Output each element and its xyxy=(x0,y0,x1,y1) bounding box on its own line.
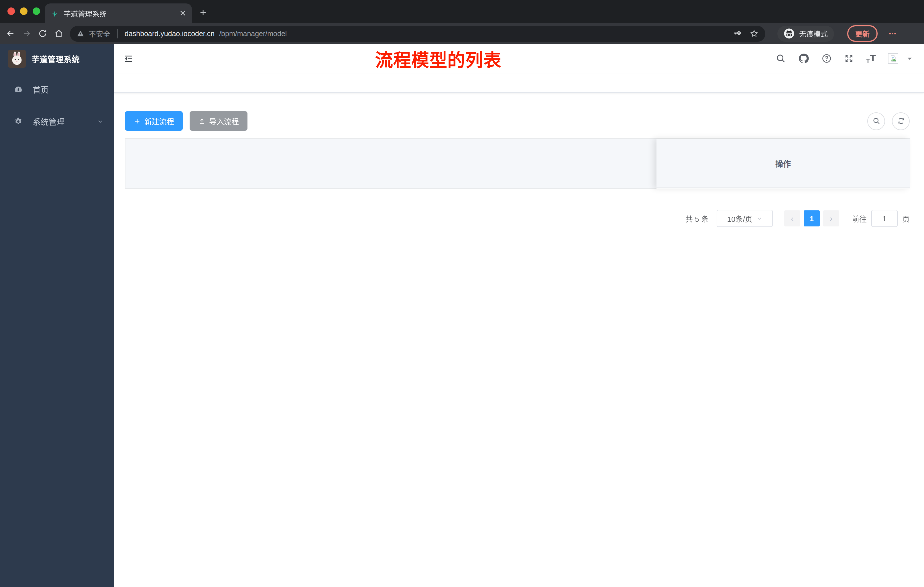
annotation-text: 流程模型的列表 xyxy=(375,46,502,72)
favicon-plant-icon xyxy=(50,9,59,18)
plus-icon xyxy=(134,117,141,125)
incognito-icon xyxy=(784,28,795,39)
chevron-down-icon xyxy=(756,215,762,222)
window-close-button[interactable] xyxy=(7,7,15,15)
gear-icon xyxy=(14,117,23,126)
browser-toolbar: 不安全 dashboard.yudao.iocoder.cn/bpm/manag… xyxy=(0,23,924,44)
toggle-search-button[interactable] xyxy=(867,112,885,130)
chevron-down-icon xyxy=(97,118,104,125)
tab-title: 芋道管理系统 xyxy=(64,8,175,19)
help-icon[interactable] xyxy=(822,53,832,64)
url-host: dashboard.yudao.iocoder.cn xyxy=(125,30,214,38)
main-content: 新建流程 导入流程 操作 xyxy=(114,93,924,587)
sidebar-item-label: 首页 xyxy=(33,84,49,95)
page-number-1[interactable]: 1 xyxy=(804,210,820,227)
url-path: /bpm/manager/model xyxy=(219,30,287,38)
search-icon[interactable] xyxy=(776,53,786,64)
back-icon[interactable] xyxy=(6,29,15,38)
prev-page-button[interactable]: ‹ xyxy=(784,210,800,227)
window-minimize-button[interactable] xyxy=(20,7,28,15)
pagination: 共 5 条 10条/页 ‹ 1 › 前往 1 页 xyxy=(125,210,910,227)
tags-bar xyxy=(114,73,924,93)
magnifier-icon xyxy=(872,117,880,125)
model-table: 操作 xyxy=(125,138,910,189)
upload-icon xyxy=(198,117,206,125)
new-tab-button[interactable]: + xyxy=(200,6,206,19)
dashboard-icon xyxy=(14,85,23,94)
navbar: 流程模型的列表 TT xyxy=(114,44,924,73)
page-size-select[interactable]: 10条/页 xyxy=(717,210,773,227)
app-logo: 芋道管理系统 xyxy=(0,44,114,73)
create-model-button[interactable]: 新建流程 xyxy=(125,111,183,131)
sidebar-item-系统管理[interactable]: 系统管理 xyxy=(0,106,114,137)
browser-tab-strip: 芋道管理系统 ✕ + xyxy=(0,0,924,23)
app-title: 芋道管理系统 xyxy=(31,53,80,64)
update-button[interactable]: 更新 xyxy=(847,25,878,42)
sidebar-menu: 首页系统管理 xyxy=(0,73,114,587)
window-controls[interactable] xyxy=(7,7,40,15)
incognito-label: 无痕模式 xyxy=(799,28,828,39)
security-label: 不安全 xyxy=(89,28,110,39)
refresh-table-button[interactable] xyxy=(892,112,910,130)
browser-tab[interactable]: 芋道管理系统 ✕ xyxy=(45,3,192,23)
reload-icon[interactable] xyxy=(38,29,48,38)
font-size-icon[interactable]: TT xyxy=(866,53,876,64)
next-page-button[interactable]: › xyxy=(823,210,839,227)
sidebar-fold-icon[interactable] xyxy=(123,53,134,64)
bookmark-star-icon[interactable] xyxy=(750,29,759,38)
page-unit: 页 xyxy=(902,213,910,224)
sidebar: 芋道管理系统 首页系统管理 xyxy=(0,44,114,587)
bunny-avatar xyxy=(8,50,26,68)
key-icon[interactable] xyxy=(733,29,742,38)
omnibox-divider xyxy=(117,29,118,38)
toolbar: 新建流程 导入流程 xyxy=(125,111,910,131)
avatar[interactable] xyxy=(888,53,898,64)
sidebar-item-label: 系统管理 xyxy=(33,116,65,127)
goto-page-input[interactable]: 1 xyxy=(871,210,898,227)
sidebar-item-首页[interactable]: 首页 xyxy=(0,73,114,106)
tab-close-icon[interactable]: ✕ xyxy=(180,9,186,17)
address-bar[interactable]: 不安全 dashboard.yudao.iocoder.cn/bpm/manag… xyxy=(70,25,765,41)
window-zoom-button[interactable] xyxy=(33,7,40,15)
actions-fixed-column: 操作 xyxy=(657,139,910,189)
forward-icon[interactable] xyxy=(22,29,31,38)
goto-label: 前往 xyxy=(852,213,867,224)
not-secure-warning-icon xyxy=(77,30,84,37)
caret-down-icon[interactable] xyxy=(904,53,915,64)
incognito-badge: 无痕模式 xyxy=(777,25,834,41)
home-icon[interactable] xyxy=(54,29,64,38)
import-model-button[interactable]: 导入流程 xyxy=(190,111,248,131)
actions-header: 操作 xyxy=(657,139,910,188)
fullscreen-icon[interactable] xyxy=(844,53,854,64)
github-icon[interactable] xyxy=(798,53,809,64)
browser-menu-icon[interactable]: ⋮ xyxy=(888,29,897,38)
total-count: 共 5 条 xyxy=(685,213,709,224)
refresh-icon xyxy=(897,117,905,125)
